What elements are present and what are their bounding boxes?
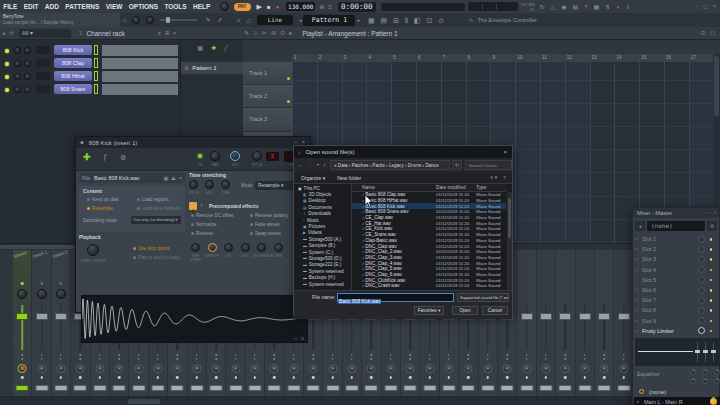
dialog-help-icon[interactable]: ? xyxy=(503,175,506,181)
channel-on-led[interactable] xyxy=(198,154,202,158)
strip-mute-led[interactable] xyxy=(409,376,412,379)
file-row[interactable]: ♪ DNC_Clap.wav01/12/2019 11:20Wave Sound xyxy=(352,243,506,249)
pattern-song-toggle[interactable]: PAT xyxy=(234,3,251,11)
new-folder-button[interactable]: New folder xyxy=(337,175,361,181)
snap-magnet-icon[interactable]: ∪ xyxy=(236,17,240,23)
strip-mute-switch[interactable] xyxy=(462,385,475,391)
file-row[interactable]: ♪ Basic 808 Clap.wav01/12/2019 11:20Wave… xyxy=(352,192,506,198)
main-volume-slider[interactable] xyxy=(160,19,198,21)
rack-grid-icon[interactable]: ⊞ xyxy=(165,31,169,36)
mixer-strip[interactable]: Master⊗ xyxy=(13,250,32,396)
precomp-knob-out[interactable] xyxy=(241,243,250,252)
mixer-strip[interactable]: Insert 1⊗ xyxy=(32,250,51,396)
paint-icon[interactable]: ⊹ xyxy=(253,30,258,36)
strip-mute-switch[interactable] xyxy=(307,385,320,391)
file-row[interactable]: ♪ CE_Snare.wav01/12/2019 11:20Wave Sound xyxy=(352,232,506,238)
refresh-icon[interactable]: ↻ xyxy=(452,160,462,170)
file-row[interactable]: ♪ DNC_ClubKick.wav01/12/2019 11:20Wave S… xyxy=(352,277,506,283)
strip-mute-switch[interactable] xyxy=(113,385,126,391)
slot-enable-led[interactable] xyxy=(710,320,713,323)
channel-pan-knob[interactable] xyxy=(210,151,220,161)
channel-pitch-knob[interactable] xyxy=(252,151,262,161)
strip-pan-knob[interactable]: ⊗ xyxy=(464,364,473,373)
file-row[interactable]: ♪ Clap-Basic.wav01/12/2019 11:20Wave Sou… xyxy=(352,238,506,244)
file-row[interactable]: ♪ DNC_Clap_2.wav01/12/2019 11:20Wave Sou… xyxy=(352,249,506,255)
strip-pan-knob[interactable]: ⊗ xyxy=(561,364,570,373)
keep-on-disk-option[interactable]: Keep on disk xyxy=(87,197,119,202)
strip-mute-led[interactable] xyxy=(215,376,218,379)
zoom-icon[interactable]: ⊙ xyxy=(280,30,285,36)
precomp-knob-smp-start[interactable] xyxy=(191,243,200,252)
playlist-scrollbar[interactable] xyxy=(713,54,720,207)
strip-mute-switch[interactable] xyxy=(132,385,145,391)
strip-mute-switch[interactable] xyxy=(578,385,591,391)
strip-fader-handle[interactable] xyxy=(559,313,571,320)
waveform-display[interactable]: ◁ ⊡ xyxy=(81,295,308,343)
precomp-knob-trim[interactable] xyxy=(274,243,283,252)
strip-mute-switch[interactable] xyxy=(268,385,281,391)
nav-forward-icon[interactable]: → xyxy=(308,162,314,168)
strip-pan-knob[interactable]: ⊗ xyxy=(18,364,27,373)
favorites-button[interactable]: Favorites ▾ xyxy=(414,306,444,315)
folder-icon[interactable]: ▣ xyxy=(164,176,169,181)
channel-volume-knob[interactable] xyxy=(230,151,240,161)
maximize-icon[interactable]: ▢ xyxy=(703,4,708,9)
close-icon[interactable]: × xyxy=(713,4,716,9)
strip-pan-knob[interactable]: ⊗ xyxy=(231,364,240,373)
strip-mute-switch[interactable] xyxy=(384,385,397,391)
playlist-maximize-icon[interactable]: ▢ xyxy=(710,31,715,36)
mic-icon[interactable]: ◉ xyxy=(561,4,566,10)
strip-mute-led[interactable] xyxy=(467,376,470,379)
fx-slot[interactable]: ▸Fruity Limiter xyxy=(635,326,719,336)
slot-enable-led[interactable] xyxy=(710,330,713,333)
wave-detach-icon[interactable]: ⊡ xyxy=(301,337,304,341)
precomp-knob-length[interactable] xyxy=(208,243,217,252)
strip-fader-handle[interactable] xyxy=(55,313,67,320)
strip-pan-knob[interactable]: ⊗ xyxy=(367,364,376,373)
strip-pan-knob[interactable]: ⊗ xyxy=(37,364,46,373)
fx-slot[interactable]: ▸Slot 3 xyxy=(635,254,719,264)
help-icon[interactable]: ? xyxy=(584,4,587,10)
channel-enable-led[interactable] xyxy=(5,62,9,66)
strip-pan-knob[interactable]: ⊗ xyxy=(212,364,221,373)
strip-mute-led[interactable] xyxy=(196,376,199,379)
eq-knob[interactable] xyxy=(702,369,708,375)
eq-knob[interactable] xyxy=(714,369,720,375)
playback-icon[interactable]: ▸ xyxy=(289,30,292,36)
file-row[interactable]: ♪ DNC_Clap_5.wav01/12/2019 11:20Wave Sou… xyxy=(352,266,506,272)
pattern-next-icon[interactable]: ▸ xyxy=(357,18,360,23)
channel-volume-knob[interactable] xyxy=(24,47,31,54)
eq-knob[interactable] xyxy=(702,378,708,384)
strip-mute-switch[interactable] xyxy=(598,385,611,391)
strip-mute-switch[interactable] xyxy=(442,385,455,391)
slot-mix-knob[interactable] xyxy=(698,317,705,324)
strip-mute-led[interactable] xyxy=(506,376,509,379)
strip-pan-knob[interactable]: ⊗ xyxy=(250,364,259,373)
strip-mute-led[interactable] xyxy=(448,376,451,379)
slot-enable-led[interactable] xyxy=(710,238,713,241)
strip-mute-led[interactable] xyxy=(603,376,606,379)
strip-knob[interactable] xyxy=(56,289,66,299)
metronome-icon[interactable]: △ xyxy=(551,4,556,10)
effect-swap-stereo[interactable]: Swap stereo xyxy=(250,231,281,236)
picker-patterns-icon[interactable]: ▦ xyxy=(197,45,203,51)
play-button[interactable]: ▶ xyxy=(257,3,262,10)
effect-reverse-polarity[interactable]: Reverse polarity xyxy=(250,213,288,218)
strip-pan-knob[interactable]: ⊗ xyxy=(115,364,124,373)
record-button[interactable]: ● xyxy=(276,4,280,10)
plugin-icon[interactable]: ↯ xyxy=(605,4,610,10)
organize-button[interactable]: Organize ▾ xyxy=(301,175,325,181)
channel-step-indicator[interactable] xyxy=(94,84,98,94)
strip-mute-led[interactable] xyxy=(99,376,102,379)
mixer-strip[interactable]: ⊗ xyxy=(614,250,633,396)
playlist-track-header[interactable]: Track 2 xyxy=(243,85,292,108)
eject-icon[interactable]: ⏏ xyxy=(171,176,176,181)
strip-pan-knob[interactable]: ⊗ xyxy=(541,364,550,373)
piano-roll-icon[interactable]: ▤ xyxy=(381,17,388,24)
channel-filter-select[interactable]: All ▾ xyxy=(19,29,71,38)
strip-mute-led[interactable] xyxy=(370,376,373,379)
strip-mute-led[interactable] xyxy=(234,376,237,379)
strip-mute-led[interactable] xyxy=(254,376,257,379)
col-date[interactable]: Date modified xyxy=(436,185,476,190)
file-row[interactable]: ♪ DNC_Clap_3.wav01/12/2019 11:20Wave Sou… xyxy=(352,255,506,261)
